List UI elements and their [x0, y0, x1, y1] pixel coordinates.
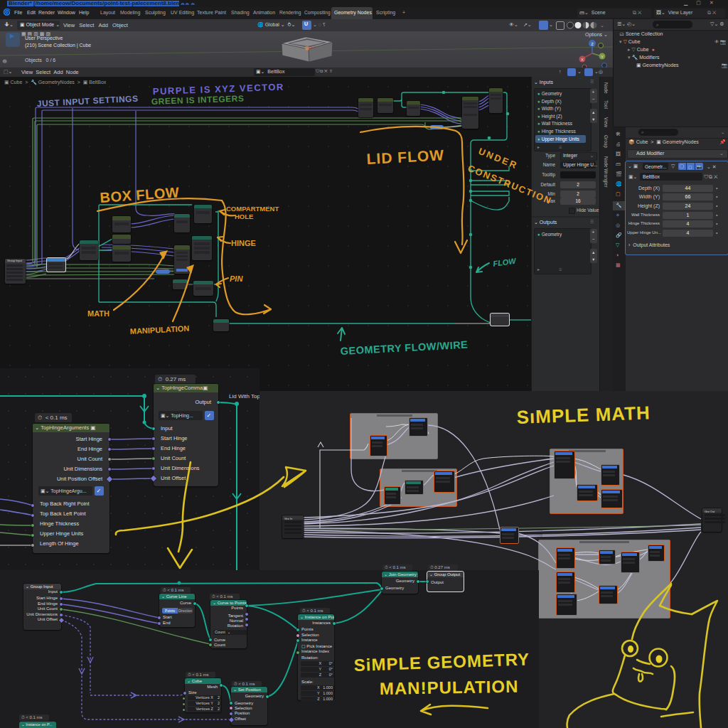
svg-text:SıMPLE MATH: SıMPLE MATH	[516, 402, 651, 428]
svg-text:SiMPLE GEOMETRY: SiMPLE GEOMETRY	[353, 649, 530, 675]
svg-text:MAN!PULATION: MAN!PULATION	[380, 677, 519, 698]
